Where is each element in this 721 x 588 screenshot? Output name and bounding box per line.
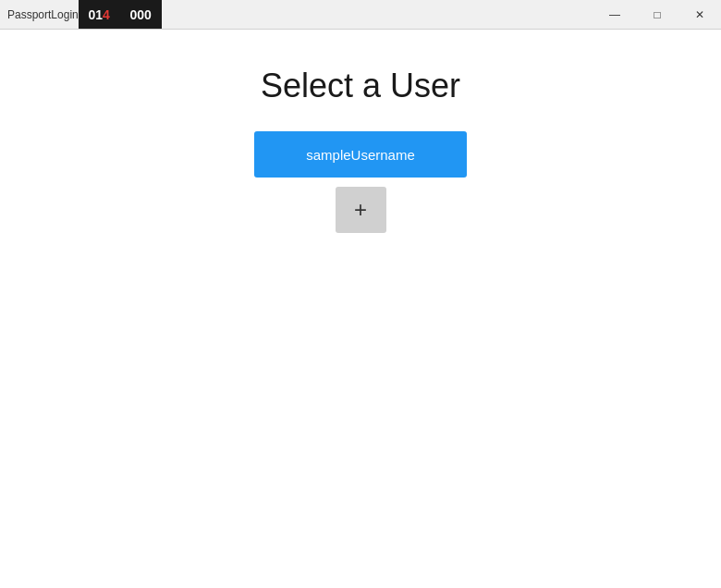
minimize-button[interactable]: — bbox=[593, 0, 636, 30]
counter-014-red: 4 bbox=[103, 7, 110, 22]
close-button[interactable]: ✕ bbox=[678, 0, 721, 30]
page-title: Select a User bbox=[261, 67, 460, 105]
title-bar-controls: — □ ✕ bbox=[593, 0, 721, 29]
counter-000-text: 000 bbox=[130, 7, 152, 22]
main-content: Select a User sampleUsername + bbox=[0, 30, 721, 588]
user-select-button[interactable]: sampleUsername bbox=[254, 131, 467, 178]
app-name: PassportLogin bbox=[0, 8, 79, 21]
title-bar-counters: 014 000 bbox=[79, 0, 162, 29]
counter-014-normal: 01 bbox=[89, 7, 104, 22]
counter-014-text: 014 bbox=[89, 7, 110, 22]
counter-000: 000 bbox=[120, 0, 162, 29]
add-user-button[interactable]: + bbox=[336, 187, 386, 233]
title-bar: PassportLogin 014 000 — □ ✕ bbox=[0, 0, 721, 30]
maximize-button[interactable]: □ bbox=[636, 0, 678, 30]
counter-014: 014 bbox=[79, 0, 120, 29]
title-bar-left: PassportLogin 014 000 bbox=[0, 0, 162, 29]
